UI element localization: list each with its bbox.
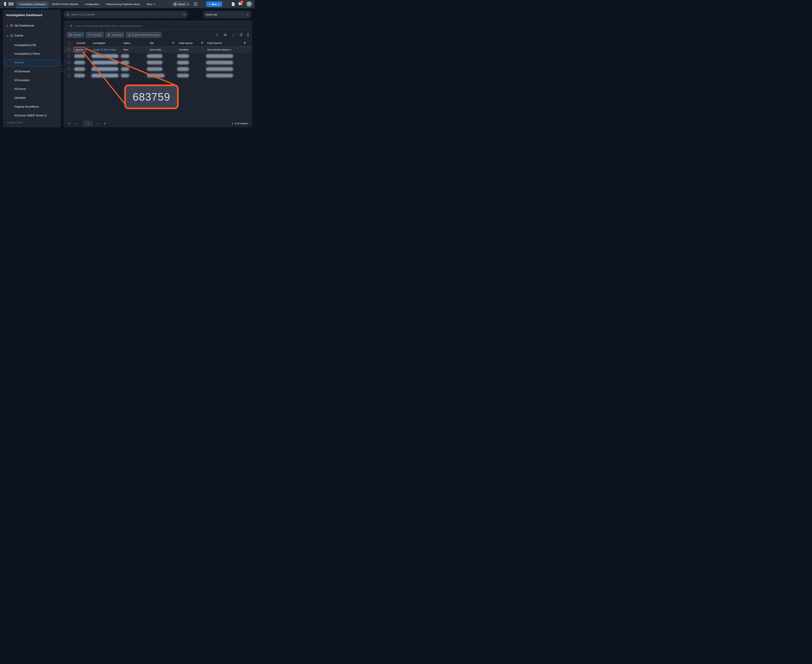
clear-search-icon[interactable]: ✕	[183, 13, 185, 16]
table-row-redacted[interactable]	[64, 59, 252, 66]
sidebar: Investigation Dashboard My Dashboards Ev…	[3, 10, 61, 127]
new-button[interactable]: + New	[206, 1, 222, 7]
prev-page-button[interactable]: ‹	[75, 122, 76, 125]
reassign-button[interactable]: Reassign	[105, 32, 124, 38]
page-number-button[interactable]: 1	[83, 120, 93, 127]
chevron-down-icon	[218, 3, 220, 5]
table-row-redacted[interactable]	[64, 66, 252, 72]
move-icon	[70, 24, 73, 28]
sidebar-item-investigated-by-others[interactable]: Investigated by Others	[14, 52, 40, 55]
export-selected-button[interactable]: Export Selected Event(s)	[126, 32, 162, 38]
site-dropdown[interactable]: Demo Site ▼	[203, 11, 251, 18]
dismiss-button[interactable]: Dismiss	[67, 32, 84, 38]
sidebar-title: Investigation Dashboard	[6, 13, 42, 17]
pagination: « ‹ 1 › » 1 - 5 of 5 items	[64, 119, 252, 127]
tab-mitre-attck-monitor[interactable]: MITRE ATT&CK Monitor	[49, 0, 81, 8]
sidebar-item-all-escalated[interactable]: All Escalated	[14, 79, 29, 82]
master-label: Master	[178, 3, 185, 5]
document-icon	[232, 2, 235, 6]
info-button[interactable]	[193, 2, 198, 7]
d3-logo-text: D3	[8, 2, 13, 7]
column-resize-button[interactable]	[224, 33, 227, 36]
d3-logo-mark	[3, 2, 8, 7]
site-cell: Demo Site	[150, 48, 161, 51]
release-notes-button[interactable]	[232, 2, 235, 7]
plus-icon: +	[209, 3, 210, 5]
column-header-investigator[interactable]: Investigator	[93, 42, 106, 44]
row-checkbox[interactable]	[68, 68, 70, 70]
globe-icon	[174, 3, 177, 6]
sidebar-item-all-open[interactable]: All Open	[14, 61, 24, 64]
dashboards-icon	[10, 24, 13, 27]
top-navbar: D3 Investigation Dashboard MITRE ATT&CK …	[0, 0, 255, 8]
column-resize-icon	[224, 33, 227, 36]
notification-badge: 3	[240, 0, 243, 4]
events-grid-panel: Drag a column header and drop it here to…	[64, 20, 252, 127]
table-row-redacted[interactable]	[64, 72, 252, 79]
first-page-button[interactable]: «	[68, 122, 70, 125]
column-header-status[interactable]: Status	[123, 42, 130, 44]
sidebar-item-all-events-amer-tenant-1[interactable]: All Events (AMER Tenant-1)	[14, 114, 47, 117]
tab-preprocessing-playbook-viewer[interactable]: Preprocessing Playbook Viewer	[102, 0, 143, 8]
site-filter-icon[interactable]	[172, 42, 174, 45]
column-header-event-source[interactable]: Event Source	[207, 42, 222, 44]
sidebar-group-events[interactable]: Events	[6, 34, 23, 37]
bulk-actions-toolbar: Dismiss Escalate Reassign	[67, 32, 162, 38]
column-header-site[interactable]: Site	[150, 42, 154, 44]
d3-logo[interactable]: D3	[3, 2, 13, 7]
table-row[interactable]: 683759 Assign To Me & View New Demo Site…	[64, 47, 252, 53]
dismiss-icon	[69, 34, 72, 36]
sidebar-item-uploaded[interactable]: Uploaded	[14, 96, 26, 99]
row-checkbox[interactable]	[68, 74, 70, 77]
search-input[interactable]	[71, 13, 181, 16]
sidebar-collapse-button[interactable]: ‹	[61, 64, 62, 67]
clear-sort-button[interactable]	[232, 33, 235, 36]
select-all-checkbox[interactable]	[68, 42, 70, 44]
clear-filter-button[interactable]	[216, 33, 219, 36]
table-row-redacted[interactable]	[64, 53, 252, 59]
search-icon	[67, 13, 70, 16]
table-header: EventID Investigator Status Site Data So…	[64, 40, 252, 47]
export-download-icon	[128, 34, 131, 36]
tab-more[interactable]: More	[143, 0, 158, 8]
data-source-filter-icon[interactable]	[201, 42, 203, 45]
sidebar-item-all-dismissed[interactable]: All Dismissed	[14, 70, 30, 73]
grid-tools	[216, 32, 248, 38]
master-site-selector[interactable]: Master	[172, 1, 190, 7]
sidebar-resize-handle[interactable]	[61, 68, 63, 72]
event-id-zoom-callout: 683759	[124, 85, 179, 109]
sort-triangles-icon	[232, 33, 235, 36]
next-page-button[interactable]: ›	[97, 122, 98, 125]
row-checkbox[interactable]	[68, 55, 70, 57]
sidebar-item-investigated-by-me[interactable]: Investigated by Me	[14, 44, 36, 47]
data-source-cell: Zendesk	[179, 48, 188, 51]
notifications-button[interactable]: 3	[239, 2, 242, 7]
search-bar: ✕	[64, 11, 188, 18]
selected-item-highlight	[5, 59, 59, 66]
tab-investigation-dashboard[interactable]: Investigation Dashboard	[16, 0, 49, 8]
sidebar-item-all-events[interactable]: All Events	[14, 88, 26, 91]
column-header-eventid[interactable]: EventID	[77, 42, 85, 44]
last-page-button[interactable]: »	[104, 122, 106, 125]
chevron-right-icon	[6, 25, 9, 27]
group-by-dropzone[interactable]: Drag a column header and drop it here to…	[67, 22, 249, 29]
column-header-data-source[interactable]: Data Source	[179, 42, 193, 44]
row-checkbox[interactable]	[68, 48, 70, 51]
tab-configuration[interactable]: Configuration	[81, 0, 102, 8]
chevron-down-icon	[153, 3, 156, 5]
site-dropdown-value: Demo Site	[206, 13, 217, 16]
sidebar-group-my-dashboards[interactable]: My Dashboards	[6, 24, 34, 27]
dropdown-arrow-icon: ▼	[247, 14, 248, 16]
escalate-button[interactable]: Escalate	[86, 32, 104, 38]
assign-to-me-link[interactable]: Assign To Me & View	[93, 48, 115, 51]
refresh-button[interactable]	[240, 33, 243, 36]
user-avatar[interactable]	[246, 1, 252, 7]
more-options-button[interactable]	[247, 33, 248, 37]
sidebar-item-ongoing-surveillance[interactable]: Ongoing Surveillance	[14, 105, 39, 108]
event-source-filter-icon[interactable]	[244, 42, 246, 45]
filter-off-icon	[216, 33, 219, 36]
row-checkbox[interactable]	[68, 61, 70, 64]
pagination-summary: 1 - 5 of 5 items	[232, 122, 248, 125]
chevron-down-icon	[6, 34, 9, 37]
status-cell: New	[123, 48, 128, 51]
